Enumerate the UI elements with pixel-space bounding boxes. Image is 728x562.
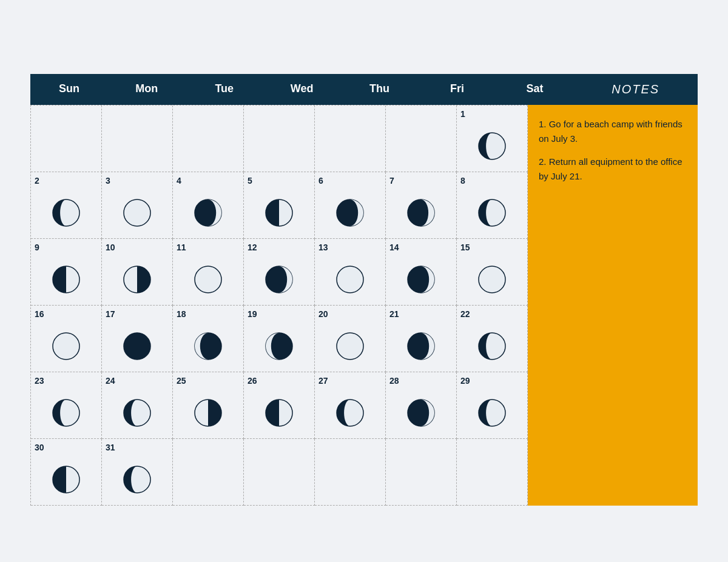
calendar-cell: 9 — [31, 239, 102, 306]
calendar-cell — [244, 439, 315, 506]
calendar-cell: 29 — [457, 372, 528, 439]
calendar-cell: 24 — [102, 372, 173, 439]
calendar-cell: 12 — [244, 239, 315, 306]
day-header-row: Sun Mon Tue Wed Thu Fri Sat NOTES — [30, 74, 698, 105]
day-number: 15 — [460, 243, 470, 252]
day-number: 2 — [35, 176, 39, 186]
day-number: 1 — [460, 109, 465, 119]
day-number: 25 — [177, 376, 186, 386]
header-thu: Thu — [341, 74, 419, 105]
day-number: 9 — [35, 243, 39, 252]
day-number: 12 — [248, 243, 257, 252]
svg-point-12 — [337, 266, 363, 293]
calendar-cell: 14 — [386, 239, 457, 306]
moon-phase-icon — [476, 330, 508, 364]
moon-phase-icon — [50, 330, 82, 364]
calendar-cell: 19 — [244, 306, 315, 372]
header-mon: Mon — [108, 74, 186, 105]
notes-panel: 1. Go for a beach camp with friends on J… — [528, 105, 698, 506]
day-number: 27 — [318, 376, 328, 386]
calendar-cell: 26 — [244, 372, 315, 439]
calendar-cell: 31 — [102, 439, 173, 506]
moon-phase-icon — [121, 197, 153, 231]
calendar-cell — [386, 439, 457, 506]
calendar-cell: 10 — [102, 239, 173, 306]
day-number: 3 — [106, 176, 110, 186]
moon-phase-icon — [405, 264, 437, 298]
day-number: 30 — [35, 443, 44, 452]
notes-header: NOTES — [573, 74, 698, 105]
moon-phase-icon — [405, 330, 437, 364]
moon-phase-icon — [50, 197, 82, 231]
moon-phase-icon — [334, 330, 366, 364]
calendar-cell: 2 — [31, 172, 102, 239]
day-number: 4 — [177, 176, 181, 186]
svg-point-2 — [124, 199, 150, 226]
moon-phase-icon — [192, 264, 224, 298]
moon-phase-icon — [263, 264, 295, 298]
moon-phase-icon — [50, 264, 82, 298]
moon-phase-icon — [334, 264, 366, 298]
day-number: 20 — [318, 309, 328, 319]
day-number: 11 — [177, 243, 186, 252]
main-grid: 1234567891011121314151617181920212223242… — [30, 105, 698, 506]
calendar-cell — [173, 439, 244, 506]
calendar-cell: 18 — [173, 306, 244, 372]
moon-phase-icon — [192, 330, 224, 364]
day-number: 28 — [389, 376, 399, 386]
calendar-cell — [386, 105, 457, 172]
calendar-cell: 23 — [31, 372, 102, 439]
moon-phase-icon — [192, 197, 224, 231]
calendar-cell: 30 — [31, 439, 102, 506]
calendar-cell — [173, 105, 244, 172]
calendar-cell: 22 — [457, 306, 528, 372]
svg-point-10 — [195, 266, 221, 293]
calendar-cell: 21 — [386, 306, 457, 372]
moon-phase-icon — [405, 397, 437, 431]
day-number: 6 — [318, 176, 323, 186]
header-tue: Tue — [186, 74, 263, 105]
svg-point-16 — [124, 333, 150, 360]
day-number: 19 — [248, 309, 257, 319]
day-number: 31 — [106, 443, 115, 452]
header-fri: Fri — [419, 74, 496, 105]
calendar-cell: 6 — [315, 172, 386, 239]
calendar-grid: 1234567891011121314151617181920212223242… — [30, 105, 528, 506]
calendar-cell — [457, 439, 528, 506]
calendar-cell: 1 — [457, 105, 528, 172]
header-sat: Sat — [496, 74, 573, 105]
notes-text: 1. Go for a beach camp with friends on J… — [539, 117, 687, 184]
day-number: 16 — [35, 309, 44, 319]
calendar-cell — [31, 105, 102, 172]
day-number: 5 — [248, 176, 252, 186]
calendar-cell: 5 — [244, 172, 315, 239]
calendar-cell: 11 — [173, 239, 244, 306]
day-number: 18 — [177, 309, 186, 319]
calendar-cell: 17 — [102, 306, 173, 372]
calendar-cell: 7 — [386, 172, 457, 239]
moon-phase-icon — [334, 197, 366, 231]
day-number: 8 — [460, 176, 465, 186]
calendar-cell — [315, 439, 386, 506]
calendar-cell: 13 — [315, 239, 386, 306]
moon-phase-icon — [476, 264, 508, 298]
calendar-cell: 28 — [386, 372, 457, 439]
calendar-cell: 8 — [457, 172, 528, 239]
svg-point-15 — [53, 333, 79, 360]
moon-phase-icon — [476, 130, 508, 164]
calendar-cell: 4 — [173, 172, 244, 239]
day-number: 26 — [248, 376, 257, 386]
moon-phase-icon — [263, 397, 295, 431]
day-number: 13 — [318, 243, 328, 252]
day-number: 23 — [35, 376, 44, 386]
note-item: 1. Go for a beach camp with friends on J… — [539, 117, 687, 146]
header-sun: Sun — [30, 74, 108, 105]
moon-phase-icon — [121, 330, 153, 364]
calendar-cell: 25 — [173, 372, 244, 439]
moon-phase-icon — [121, 464, 153, 498]
moon-phase-icon — [192, 397, 224, 431]
day-number: 10 — [106, 243, 115, 252]
svg-point-19 — [337, 333, 363, 360]
calendar-cell: 3 — [102, 172, 173, 239]
calendar-cell: 27 — [315, 372, 386, 439]
